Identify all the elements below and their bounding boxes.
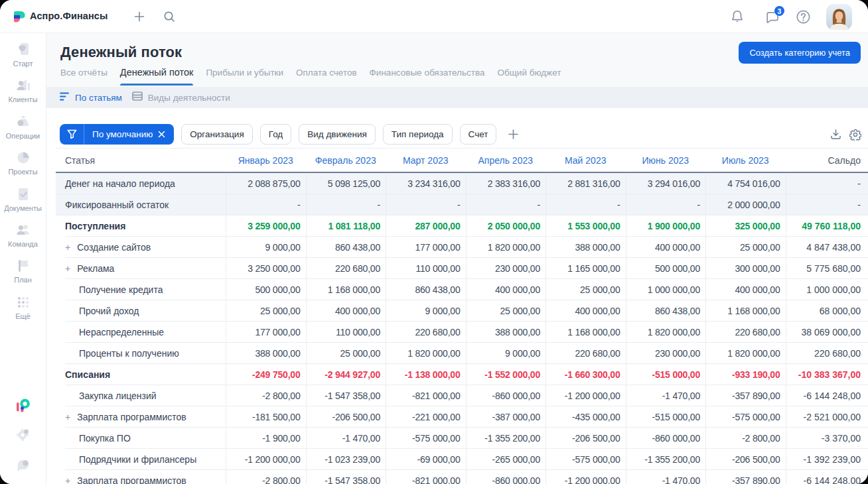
- table-row[interactable]: +Зарплата программистов-2 800,00-1 547 3…: [56, 470, 868, 484]
- aspro-mark[interactable]: [0, 398, 46, 415]
- table-row[interactable]: Фиксированный остаток------2 000 000,00-: [56, 194, 868, 215]
- filter-chip-организация[interactable]: Организация: [181, 124, 252, 145]
- filter-chip-тип-периода[interactable]: Тип периода: [383, 124, 453, 145]
- expand-plus-icon[interactable]: +: [65, 242, 70, 253]
- cell-value: -435 000,00: [545, 406, 626, 428]
- download-icon[interactable]: [830, 129, 841, 143]
- table-row[interactable]: Получение кредита500 000,001 168 000,008…: [56, 279, 868, 300]
- cell-value: -575 000,00: [545, 449, 626, 470]
- tab-прибыли-и-убытки[interactable]: Прибыли и убытки: [206, 68, 283, 84]
- more-icon: [15, 294, 32, 311]
- sidebar-item-operations[interactable]: Операции: [0, 113, 46, 140]
- cell-value: 25 000,00: [306, 343, 386, 364]
- projects-icon: [15, 149, 32, 166]
- filter-preset-button[interactable]: По умолчанию: [60, 124, 174, 145]
- plan-icon: [15, 257, 32, 274]
- cell-value: 388 000,00: [466, 322, 546, 343]
- tab-все-отчёты[interactable]: Все отчёты: [60, 68, 108, 84]
- cell-value: 177 000,00: [226, 322, 306, 343]
- table-row[interactable]: Закупка лицензий-2 800,00-1 547 358,00-8…: [56, 385, 868, 406]
- column-header-month-2[interactable]: Март 2023: [386, 149, 466, 172]
- cell-value: 1 168 000,00: [306, 279, 386, 300]
- sidebar-chat[interactable]: [0, 458, 46, 475]
- cell-value: 2 881 316,00: [545, 173, 626, 194]
- filter-bar: По умолчаниюОрганизацияГодВид движенияТи…: [60, 124, 519, 145]
- filter-chip-вид-движения[interactable]: Вид движения: [299, 124, 376, 145]
- tab-оплата-счетов[interactable]: Оплата счетов: [296, 68, 357, 84]
- expand-plus-icon[interactable]: +: [65, 263, 70, 274]
- cell-saldo: -6 144 248,00: [786, 470, 868, 484]
- sidebar-item-projects[interactable]: Проекты: [0, 149, 46, 176]
- clear-filter-icon[interactable]: [158, 131, 174, 138]
- sidebar-gear-icon: [16, 428, 30, 445]
- funnel-icon[interactable]: [60, 129, 84, 139]
- cell-value: -: [386, 194, 466, 215]
- create-category-button[interactable]: Создать категорию учета: [739, 42, 861, 64]
- tab-общий-бюджет[interactable]: Общий бюджет: [498, 68, 561, 84]
- table-row[interactable]: +Реклама3 250 000,00220 680,00110 000,00…: [56, 258, 868, 279]
- table-row[interactable]: Денег на начало периода2 088 875,005 098…: [56, 173, 868, 194]
- expand-plus-icon[interactable]: +: [65, 475, 70, 484]
- tab-денежный-поток[interactable]: Денежный поток: [120, 67, 194, 84]
- column-header-month-6[interactable]: Июль 2023: [705, 149, 786, 172]
- sidebar-item-plan[interactable]: План: [0, 257, 46, 284]
- cell-value: -1 200 000,00: [545, 385, 626, 406]
- cell-value: 3 250 000,00: [226, 258, 306, 279]
- aspro-mark-icon: [17, 398, 30, 415]
- column-header-statya: Статья: [56, 149, 226, 172]
- cell-value: -: [626, 194, 706, 215]
- cell-saldo: 49 760 118,00: [786, 215, 868, 237]
- view-by-activity[interactable]: Виды деятельности: [132, 91, 230, 103]
- cell-value: -2 800,00: [705, 428, 786, 449]
- column-header-month-1[interactable]: Февраль 2023: [306, 149, 386, 172]
- table-row[interactable]: Списания-249 750,00-2 944 927,00-1 138 0…: [56, 364, 868, 385]
- table-row[interactable]: +Создание сайтов9 000,00860 438,00177 00…: [56, 237, 868, 258]
- avatar[interactable]: [826, 4, 852, 30]
- column-header-month-5[interactable]: Июнь 2023: [626, 149, 706, 172]
- notifications-bell-icon[interactable]: [730, 9, 745, 27]
- tab-финансовые-обязательства[interactable]: Финансовые обязательства: [370, 68, 485, 84]
- row-label: +Реклама: [56, 258, 226, 279]
- page-header: Денежный поток Создать категорию учета В…: [46, 33, 868, 87]
- search-icon[interactable]: [163, 11, 175, 23]
- view-by-items[interactable]: По статьям: [60, 91, 122, 103]
- column-header-month-4[interactable]: Май 2023: [545, 149, 626, 172]
- table-row[interactable]: Поступления3 259 000,001 081 118,00287 0…: [56, 215, 868, 237]
- settings-gear-icon[interactable]: [849, 129, 861, 143]
- row-label: Прочий доход: [56, 300, 226, 322]
- brand[interactable]: Аспро.Финансы: [14, 11, 108, 25]
- cell-value: -933 190,00: [705, 364, 786, 385]
- cell-value: 25 000,00: [226, 300, 306, 322]
- cell-value: 1 081 118,00: [306, 215, 386, 237]
- expand-plus-icon[interactable]: +: [65, 412, 70, 422]
- table-row[interactable]: Нераспределенные177 000,00110 000,00220 …: [56, 322, 868, 343]
- sidebar-item-clients[interactable]: Клиенты: [0, 77, 46, 103]
- cell-saldo: 68 000,00: [786, 300, 868, 322]
- table-row[interactable]: Проценты к получению388 000,0025 000,001…: [56, 343, 868, 364]
- cell-value: 110 000,00: [386, 258, 466, 279]
- sidebar-item-start[interactable]: Старт: [0, 41, 46, 68]
- sidebar-item-team[interactable]: Команда: [0, 221, 46, 248]
- row-label: +Зарплата программистов: [56, 470, 226, 484]
- table-row[interactable]: Покупка ПО-1 900,00-1 470,00-575 000,00-…: [56, 428, 868, 449]
- table-row[interactable]: Подрядчики и фрилансеры-1 200 000,00-1 0…: [56, 449, 868, 470]
- sidebar-item-more[interactable]: Ещё: [0, 294, 46, 320]
- row-label: Проценты к получению: [56, 343, 226, 364]
- table-row[interactable]: Прочий доход25 000,00400 000,009 000,002…: [56, 300, 868, 322]
- filter-chip-год[interactable]: Год: [260, 124, 292, 145]
- cell-value: 400 000,00: [306, 300, 386, 322]
- filter-chip-счет[interactable]: Счет: [460, 124, 497, 145]
- table-row[interactable]: +Зарплата программистов-181 500,00-206 5…: [56, 406, 868, 428]
- cell-value: 325 000,00: [705, 215, 786, 237]
- messages-chat-icon[interactable]: 3: [765, 10, 780, 27]
- column-header-month-3[interactable]: Апрель 2023: [466, 149, 546, 172]
- cell-value: 1 820 000,00: [386, 343, 466, 364]
- cell-value: -1 138 000,00: [386, 364, 466, 385]
- cell-value: -1 470,00: [626, 385, 706, 406]
- column-header-month-0[interactable]: Январь 2023: [226, 149, 306, 172]
- add-filter-icon[interactable]: [508, 129, 519, 140]
- help-icon[interactable]: [796, 9, 811, 27]
- sidebar-item-documents[interactable]: Документы: [0, 186, 46, 212]
- sidebar-gear[interactable]: [0, 428, 46, 445]
- add-icon[interactable]: [134, 11, 145, 22]
